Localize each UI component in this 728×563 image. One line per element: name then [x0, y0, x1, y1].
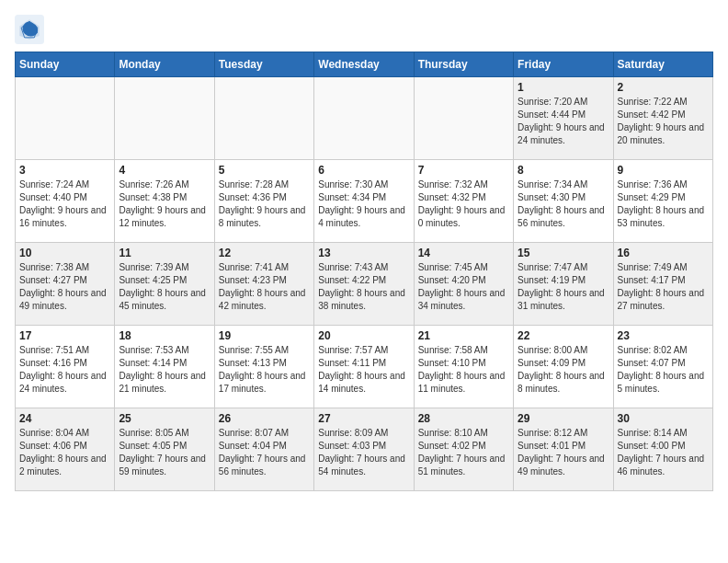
day-info: Sunrise: 8:07 AM Sunset: 4:04 PM Dayligh… [219, 427, 310, 478]
day-number: 7 [418, 164, 509, 177]
day-number: 3 [19, 164, 110, 177]
day-info: Sunrise: 7:22 AM Sunset: 4:42 PM Dayligh… [618, 96, 709, 147]
calendar-cell: 17Sunrise: 7:51 AM Sunset: 4:16 PM Dayli… [16, 326, 115, 408]
week-row-5: 24Sunrise: 8:04 AM Sunset: 4:06 PM Dayli… [16, 408, 713, 491]
day-number: 12 [219, 247, 310, 259]
day-info: Sunrise: 7:49 AM Sunset: 4:17 PM Dayligh… [618, 261, 709, 313]
weekday-saturday: Saturday [613, 52, 712, 77]
calendar-cell: 28Sunrise: 8:10 AM Sunset: 4:02 PM Dayli… [414, 408, 513, 491]
week-row-2: 3Sunrise: 7:24 AM Sunset: 4:40 PM Daylig… [16, 160, 713, 243]
day-info: Sunrise: 7:36 AM Sunset: 4:29 PM Dayligh… [618, 178, 709, 230]
day-number: 25 [119, 412, 210, 425]
day-number: 27 [318, 412, 409, 425]
day-number: 4 [119, 164, 210, 177]
calendar-cell: 16Sunrise: 7:49 AM Sunset: 4:17 PM Dayli… [613, 243, 712, 326]
day-info: Sunrise: 7:45 AM Sunset: 4:20 PM Dayligh… [418, 261, 509, 313]
day-number: 26 [219, 412, 310, 425]
day-info: Sunrise: 7:51 AM Sunset: 4:16 PM Dayligh… [19, 344, 110, 396]
page-header [15, 15, 713, 44]
day-number: 24 [19, 412, 110, 425]
day-info: Sunrise: 7:26 AM Sunset: 4:38 PM Dayligh… [119, 178, 210, 230]
weekday-tuesday: Tuesday [214, 52, 313, 77]
calendar-cell: 24Sunrise: 8:04 AM Sunset: 4:06 PM Dayli… [16, 408, 115, 491]
day-number: 18 [119, 329, 210, 342]
day-number: 22 [518, 329, 609, 342]
day-number: 20 [318, 329, 409, 342]
weekday-wednesday: Wednesday [314, 52, 414, 77]
day-info: Sunrise: 7:43 AM Sunset: 4:22 PM Dayligh… [318, 261, 409, 313]
day-number: 13 [318, 247, 409, 259]
day-info: Sunrise: 8:14 AM Sunset: 4:00 PM Dayligh… [618, 427, 709, 478]
week-row-4: 17Sunrise: 7:51 AM Sunset: 4:16 PM Dayli… [16, 326, 713, 408]
calendar-table: SundayMondayTuesdayWednesdayThursdayFrid… [15, 52, 713, 491]
day-info: Sunrise: 7:55 AM Sunset: 4:13 PM Dayligh… [219, 344, 310, 396]
day-number: 28 [418, 412, 509, 425]
day-number: 23 [618, 329, 709, 342]
calendar-cell: 11Sunrise: 7:39 AM Sunset: 4:25 PM Dayli… [115, 243, 214, 326]
calendar-cell: 18Sunrise: 7:53 AM Sunset: 4:14 PM Dayli… [115, 326, 214, 408]
day-info: Sunrise: 7:41 AM Sunset: 4:23 PM Dayligh… [219, 261, 310, 313]
calendar-body: 1Sunrise: 7:20 AM Sunset: 4:44 PM Daylig… [16, 77, 713, 491]
day-number: 9 [618, 164, 709, 177]
day-info: Sunrise: 8:10 AM Sunset: 4:02 PM Dayligh… [418, 427, 509, 478]
logo-icon [15, 15, 44, 44]
calendar-cell: 7Sunrise: 7:32 AM Sunset: 4:32 PM Daylig… [414, 160, 513, 243]
day-number: 6 [318, 164, 409, 177]
calendar-cell: 9Sunrise: 7:36 AM Sunset: 4:29 PM Daylig… [613, 160, 712, 243]
day-info: Sunrise: 7:30 AM Sunset: 4:34 PM Dayligh… [318, 178, 409, 230]
calendar-cell: 14Sunrise: 7:45 AM Sunset: 4:20 PM Dayli… [414, 243, 513, 326]
day-info: Sunrise: 7:39 AM Sunset: 4:25 PM Dayligh… [119, 261, 210, 313]
day-info: Sunrise: 8:12 AM Sunset: 4:01 PM Dayligh… [518, 427, 609, 478]
weekday-friday: Friday [514, 52, 613, 77]
day-info: Sunrise: 7:34 AM Sunset: 4:30 PM Dayligh… [518, 178, 609, 230]
day-number: 2 [618, 81, 709, 94]
calendar-cell [16, 77, 115, 160]
day-number: 11 [119, 247, 210, 259]
calendar-cell: 21Sunrise: 7:58 AM Sunset: 4:10 PM Dayli… [414, 326, 513, 408]
calendar-cell: 26Sunrise: 8:07 AM Sunset: 4:04 PM Dayli… [214, 408, 313, 491]
calendar-cell [214, 77, 313, 160]
week-row-3: 10Sunrise: 7:38 AM Sunset: 4:27 PM Dayli… [16, 243, 713, 326]
calendar-cell: 5Sunrise: 7:28 AM Sunset: 4:36 PM Daylig… [214, 160, 313, 243]
day-info: Sunrise: 8:00 AM Sunset: 4:09 PM Dayligh… [518, 344, 609, 396]
calendar-cell: 12Sunrise: 7:41 AM Sunset: 4:23 PM Dayli… [214, 243, 313, 326]
day-info: Sunrise: 7:38 AM Sunset: 4:27 PM Dayligh… [19, 261, 110, 313]
day-number: 29 [518, 412, 609, 425]
day-info: Sunrise: 8:04 AM Sunset: 4:06 PM Dayligh… [19, 427, 110, 478]
calendar-cell: 19Sunrise: 7:55 AM Sunset: 4:13 PM Dayli… [214, 326, 313, 408]
day-info: Sunrise: 8:02 AM Sunset: 4:07 PM Dayligh… [618, 344, 709, 396]
calendar-cell: 29Sunrise: 8:12 AM Sunset: 4:01 PM Dayli… [514, 408, 613, 491]
weekday-thursday: Thursday [414, 52, 513, 77]
day-number: 30 [618, 412, 709, 425]
calendar-cell: 2Sunrise: 7:22 AM Sunset: 4:42 PM Daylig… [613, 77, 712, 160]
day-info: Sunrise: 7:47 AM Sunset: 4:19 PM Dayligh… [518, 261, 609, 313]
day-info: Sunrise: 8:09 AM Sunset: 4:03 PM Dayligh… [318, 427, 409, 478]
day-info: Sunrise: 7:32 AM Sunset: 4:32 PM Dayligh… [418, 178, 509, 230]
day-info: Sunrise: 7:20 AM Sunset: 4:44 PM Dayligh… [518, 96, 609, 147]
calendar-cell: 8Sunrise: 7:34 AM Sunset: 4:30 PM Daylig… [514, 160, 613, 243]
calendar-cell: 10Sunrise: 7:38 AM Sunset: 4:27 PM Dayli… [16, 243, 115, 326]
day-number: 15 [518, 247, 609, 259]
day-number: 10 [19, 247, 110, 259]
logo [15, 15, 50, 44]
week-row-1: 1Sunrise: 7:20 AM Sunset: 4:44 PM Daylig… [16, 77, 713, 160]
day-number: 16 [618, 247, 709, 259]
calendar-cell: 1Sunrise: 7:20 AM Sunset: 4:44 PM Daylig… [514, 77, 613, 160]
calendar-cell: 15Sunrise: 7:47 AM Sunset: 4:19 PM Dayli… [514, 243, 613, 326]
weekday-header-row: SundayMondayTuesdayWednesdayThursdayFrid… [16, 52, 713, 77]
calendar-cell: 20Sunrise: 7:57 AM Sunset: 4:11 PM Dayli… [314, 326, 414, 408]
day-number: 19 [219, 329, 310, 342]
calendar-cell [314, 77, 414, 160]
day-number: 14 [418, 247, 509, 259]
calendar-cell: 27Sunrise: 8:09 AM Sunset: 4:03 PM Dayli… [314, 408, 414, 491]
weekday-monday: Monday [115, 52, 214, 77]
calendar-cell: 30Sunrise: 8:14 AM Sunset: 4:00 PM Dayli… [613, 408, 712, 491]
calendar-cell: 13Sunrise: 7:43 AM Sunset: 4:22 PM Dayli… [314, 243, 414, 326]
day-info: Sunrise: 8:05 AM Sunset: 4:05 PM Dayligh… [119, 427, 210, 478]
calendar-cell: 6Sunrise: 7:30 AM Sunset: 4:34 PM Daylig… [314, 160, 414, 243]
calendar-cell: 3Sunrise: 7:24 AM Sunset: 4:40 PM Daylig… [16, 160, 115, 243]
day-number: 5 [219, 164, 310, 177]
calendar-cell: 4Sunrise: 7:26 AM Sunset: 4:38 PM Daylig… [115, 160, 214, 243]
calendar-cell: 23Sunrise: 8:02 AM Sunset: 4:07 PM Dayli… [613, 326, 712, 408]
day-info: Sunrise: 7:53 AM Sunset: 4:14 PM Dayligh… [119, 344, 210, 396]
